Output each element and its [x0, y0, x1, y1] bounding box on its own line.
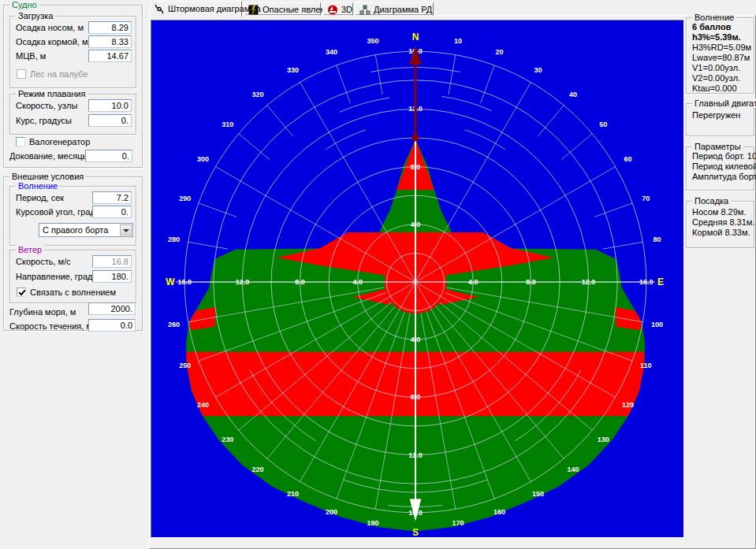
mode-groupbox: Режим плавания Скорость, узлы Курс, град…	[9, 94, 136, 135]
mode-group-title: Режим плавания	[16, 89, 88, 98]
roll-period-value: Период борт. 10.6 с.	[692, 151, 756, 161]
course-angle-label: 260	[168, 321, 180, 328]
docking-input[interactable]	[85, 150, 132, 162]
shaft-generator-label: Валогенератор	[29, 137, 90, 147]
current-speed-label: Скорость течения, м/с	[9, 321, 99, 331]
draft-mean-value: Средняя 8.31м.	[692, 217, 754, 227]
tab-3d[interactable]: 3D	[323, 2, 353, 16]
course-angle-label: 50	[599, 121, 607, 128]
speed-label-e: 8.0	[526, 278, 536, 286]
chevron-down-icon	[123, 229, 129, 232]
wave-h3rd-value: H3%RD=5.09м	[692, 43, 751, 52]
course-angle-label: 110	[640, 362, 652, 369]
draft-bow-label: Осадка носом, м	[16, 23, 84, 32]
tab-rd-diagram[interactable]: Диаграмма РД	[356, 2, 434, 16]
wave-v2-value: V2=0.00узл.	[692, 73, 740, 83]
current-speed-input[interactable]	[88, 319, 136, 332]
course-angle-label: 20	[495, 48, 503, 56]
course-angle-label: 250	[179, 362, 191, 369]
environment-groupbox: Внешние условия Волнение Период, сек Кур…	[3, 176, 143, 331]
wave-angle-input[interactable]	[92, 206, 132, 218]
wave-period-label: Период, сек	[16, 193, 64, 202]
docking-label: Докование, месяцы	[9, 151, 88, 161]
speed-label-w: 8.0	[295, 278, 305, 286]
params-info-title: Параметры	[692, 142, 743, 151]
draft-bow-value: Носом 8.29м.	[692, 207, 746, 217]
ship-group-title: Судно	[9, 0, 39, 9]
engine-status-value: Перегружен	[692, 110, 740, 120]
wind-speed-input[interactable]	[92, 255, 132, 268]
course-angle-label: 120	[622, 401, 634, 409]
course-angle-label: 350	[367, 37, 378, 45]
course-angle-label: 40	[569, 91, 577, 98]
draft-stern-input[interactable]	[88, 35, 132, 48]
link-wave-label: Связать с волнением	[30, 287, 116, 297]
cardinal-W: W	[166, 276, 175, 287]
wave-h3-value: h3%=5.39м.	[692, 32, 741, 42]
course-angle-label: 190	[367, 519, 378, 527]
wave-info-groupbox: Волнение 6 баллов h3%=5.39м. H3%RD=5.09м…	[686, 17, 754, 94]
storm-diagram-svg[interactable]: 4.04.04.04.08.08.08.08.012.012.012.012.0…	[151, 20, 683, 537]
gm-input[interactable]	[88, 50, 132, 62]
speed-label-w: 12.0	[236, 278, 250, 286]
board-side-value: С правого борта	[43, 225, 108, 235]
cardinal-E: E	[657, 276, 664, 287]
gm-label: МЦВ, м	[16, 51, 46, 61]
cardinal-N: N	[412, 32, 419, 43]
wave-angle-label: Курсовой угол, град	[16, 207, 95, 217]
tab-storm-diagram[interactable]: Штормовая диаграмма	[150, 1, 242, 17]
app-window: { "tabs": [ { "label": "Штормовая диагра…	[0, 0, 756, 549]
timber-checkbox[interactable]	[17, 69, 26, 79]
course-angle-label: 150	[532, 490, 544, 498]
course-angle-label: 30	[534, 66, 542, 74]
course-angle-label: 170	[452, 519, 464, 527]
wave-length-value: Lwave=80.87м	[692, 53, 750, 62]
wave-v1-value: V1=0.00узл.	[692, 63, 740, 72]
ship-groupbox: Судно Загрузка Осадка носом, м Осадка ко…	[3, 5, 143, 168]
course-angle-label: 220	[251, 466, 263, 473]
course-angle-label: 60	[624, 155, 631, 163]
speed-label: Скорость, узлы	[16, 101, 77, 110]
course-vector-dot	[412, 135, 419, 142]
waves-group-title: Волнение	[16, 181, 60, 191]
sea-depth-input[interactable]	[88, 302, 136, 315]
course-angle-label: 70	[642, 195, 650, 202]
course-angle-label: 160	[493, 508, 505, 516]
storm-diagram-plot[interactable]: 4.04.04.04.08.08.08.08.012.012.012.012.0…	[151, 20, 684, 538]
course-angle-label: 230	[222, 436, 233, 443]
draft-bow-input[interactable]	[88, 21, 132, 34]
tab-3d-label: 3D	[341, 5, 352, 14]
speed-input[interactable]	[88, 99, 132, 112]
course-angle-label: 100	[651, 321, 663, 328]
course-angle-label: 80	[653, 236, 661, 243]
roll-amplitude-value: Амплитуда борт. 0.0	[692, 172, 756, 181]
course-angle-label: 320	[251, 91, 263, 98]
wind-speed-label: Скорость, м/с	[16, 257, 71, 266]
course-input[interactable]	[88, 114, 132, 127]
course-angle-label: 330	[287, 66, 299, 74]
course-angle-label: 10	[454, 37, 462, 45]
shaft-generator-checkbox[interactable]	[16, 137, 25, 147]
waves-groupbox: Волнение Период, сек Курсовой угол, град…	[9, 186, 136, 246]
tab-rd-diagram-label: Диаграмма РД	[374, 5, 432, 14]
tab-storm-diagram-label: Штормовая диаграмма	[168, 4, 261, 13]
nodes-icon	[359, 5, 371, 15]
wind-direction-input[interactable]	[92, 270, 132, 283]
wind-group-title: Ветер	[16, 245, 44, 254]
speed-label-e: 16.0	[639, 278, 654, 286]
course-angle-label: 340	[326, 48, 337, 56]
draft-info-title: Посадка	[692, 196, 731, 206]
speed-label-e: 4.0	[468, 278, 479, 286]
draft-info-groupbox: Посадка Носом 8.29м. Средняя 8.31м. Корм…	[686, 201, 754, 248]
board-side-select[interactable]: С правого борта	[39, 223, 133, 237]
speed-label-w: 4.0	[353, 278, 363, 286]
wave-period-input[interactable]	[92, 191, 132, 204]
combo-dropdown-button[interactable]	[120, 224, 132, 236]
engine-info-groupbox: Главный двигатель: Перегружен	[686, 103, 754, 136]
ship-icon	[327, 5, 339, 15]
course-angle-label: 200	[326, 508, 337, 516]
course-angle-label: 310	[222, 121, 233, 128]
speed-label-e: 12.0	[582, 278, 596, 286]
link-wave-checkbox[interactable]	[17, 287, 26, 297]
load-groupbox: Загрузка Осадка носом, м Осадка кормой, …	[9, 16, 136, 88]
